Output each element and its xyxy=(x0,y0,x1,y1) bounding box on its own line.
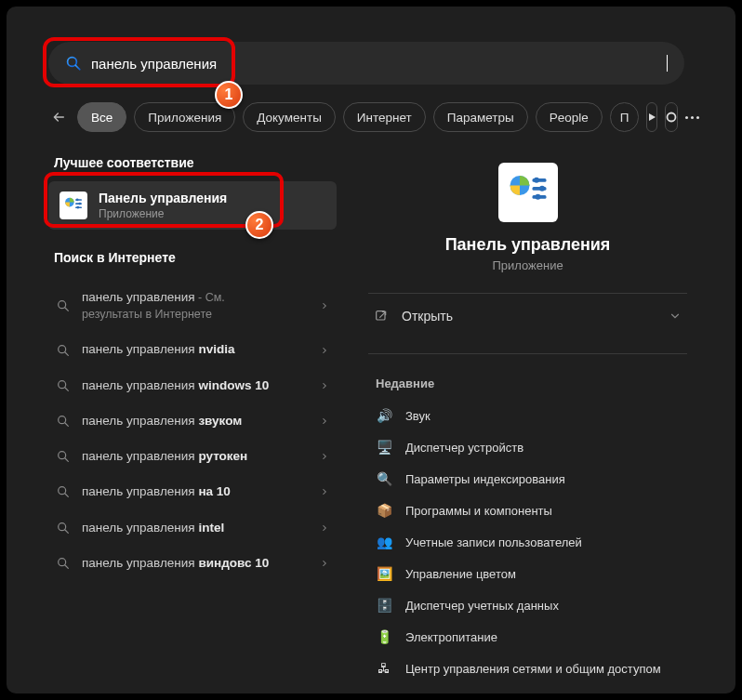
svg-point-24 xyxy=(59,559,66,566)
filter-pill-web[interactable]: Интернет xyxy=(343,102,426,132)
svg-point-31 xyxy=(539,186,545,192)
web-result-item[interactable]: панель управления звуком xyxy=(48,403,337,439)
recent-item[interactable]: 🖧Центр управления сетями и общим доступо… xyxy=(359,653,696,684)
recent-item[interactable]: 🔊Звук xyxy=(359,400,696,431)
recent-item-label: Управление цветом xyxy=(405,567,516,581)
chevron-down-icon[interactable] xyxy=(669,310,682,323)
index-icon: 🔍 xyxy=(376,470,392,487)
svg-line-17 xyxy=(65,423,68,426)
recent-item-label: Звук xyxy=(405,409,431,423)
open-label: Открыть xyxy=(402,309,453,324)
svg-rect-33 xyxy=(377,311,385,320)
svg-line-23 xyxy=(65,530,68,533)
credentials-icon: 🗄️ xyxy=(376,597,392,614)
sound-icon: 🔊 xyxy=(376,407,392,424)
power-icon: 🔋 xyxy=(376,628,392,645)
svg-line-11 xyxy=(65,308,68,310)
recent-item[interactable]: 🗄️Диспетчер учетных данных xyxy=(359,589,696,621)
recent-item-label: Учетные записи пользователей xyxy=(405,535,582,549)
svg-point-14 xyxy=(59,380,66,388)
svg-line-25 xyxy=(65,565,68,568)
color-icon: 🖼️ xyxy=(376,565,392,582)
web-result-item[interactable]: панель управления intel xyxy=(48,510,337,546)
search-input[interactable]: панель управления xyxy=(91,56,669,72)
svg-line-13 xyxy=(65,352,68,355)
filter-pill-settings[interactable]: Параметры xyxy=(433,102,528,132)
search-icon xyxy=(65,55,82,72)
circle-icon xyxy=(666,112,677,123)
recent-item-label: Электропитание xyxy=(405,630,497,644)
search-box[interactable]: панель управления xyxy=(48,42,684,85)
best-match-text: Панель управления Приложение xyxy=(99,191,227,220)
filter-pill-docs[interactable]: Документы xyxy=(243,102,336,132)
svg-point-30 xyxy=(534,178,539,183)
filter-pill-apps[interactable]: Приложения xyxy=(134,102,235,132)
svg-point-20 xyxy=(59,487,66,495)
best-match-item[interactable]: Панель управления Приложение xyxy=(48,181,337,230)
devices-icon: 🖥️ xyxy=(376,439,392,456)
recent-item[interactable]: 👥Учетные записи пользователей xyxy=(359,526,696,558)
results-area: Лучшее соответствие Панель управления Пр… xyxy=(48,148,696,684)
svg-point-18 xyxy=(59,452,66,459)
recent-list: 🔊Звук🖥️Диспетчер устройств🔍Параметры инд… xyxy=(359,400,696,684)
svg-point-32 xyxy=(535,194,540,200)
web-result-item[interactable]: панель управления рутокен xyxy=(48,439,337,474)
web-result-item[interactable]: панель управления nvidia xyxy=(48,332,337,367)
svg-line-21 xyxy=(65,494,68,496)
divider xyxy=(368,293,687,294)
control-panel-icon xyxy=(60,192,87,219)
annotation-badge-2: 2 xyxy=(245,211,273,239)
filter-pill-play[interactable] xyxy=(646,102,657,132)
filter-pill-more[interactable]: П xyxy=(610,102,640,132)
recent-item-label: Параметры индексирования xyxy=(405,472,565,486)
filter-pill-people[interactable]: People xyxy=(536,102,603,132)
search-bar-wrap: панель управления xyxy=(48,42,684,85)
recent-item[interactable]: 🔍Параметры индексирования xyxy=(359,463,696,495)
svg-point-2 xyxy=(668,113,676,122)
filter-pill-circle[interactable] xyxy=(665,102,678,132)
recent-item-label: Центр управления сетями и общим доступом xyxy=(405,662,661,676)
open-action[interactable]: Открыть xyxy=(359,299,696,333)
best-match-subtitle: Приложение xyxy=(99,207,227,220)
recent-item[interactable]: 📦Программы и компоненты xyxy=(359,495,696,526)
annotation-badge-1: 1 xyxy=(215,81,243,109)
recent-item-label: Программы и компоненты xyxy=(405,504,552,518)
recent-item[interactable]: 🔋Электропитание xyxy=(359,621,696,653)
recent-item-label: Диспетчер учетных данных xyxy=(405,599,559,613)
divider xyxy=(368,353,687,354)
web-result-item[interactable]: панель управления - См.результаты в Инте… xyxy=(48,280,337,332)
best-match-title: Панель управления xyxy=(99,191,227,205)
svg-point-7 xyxy=(76,199,79,202)
right-column: Панель управления Приложение Открыть Нед… xyxy=(359,148,696,684)
recent-item[interactable]: 🖼️Управление цветом xyxy=(359,558,696,589)
play-icon xyxy=(647,112,656,122)
control-panel-icon-large xyxy=(498,163,558,222)
arrow-left-icon xyxy=(51,110,66,125)
svg-line-19 xyxy=(65,458,68,461)
preview-title: Панель управления xyxy=(445,235,611,255)
svg-point-10 xyxy=(59,301,66,309)
web-search-header: Поиск в Интернете xyxy=(54,250,337,265)
web-results-list: панель управления - См.результаты в Инте… xyxy=(48,280,337,581)
svg-point-16 xyxy=(59,416,66,424)
web-result-item[interactable]: панель управления windows 10 xyxy=(48,368,337,403)
open-icon xyxy=(374,309,389,324)
svg-line-1 xyxy=(75,65,80,70)
search-flyout: панель управления Все Приложения Докумен… xyxy=(5,5,737,695)
svg-line-15 xyxy=(65,388,68,390)
svg-point-22 xyxy=(59,522,66,530)
back-button[interactable] xyxy=(51,101,66,133)
web-result-item[interactable]: панель управления на 10 xyxy=(48,474,337,509)
filter-bar: Все Приложения Документы Интернет Параме… xyxy=(51,101,698,133)
users-icon: 👥 xyxy=(376,534,392,550)
recent-header: Недавние xyxy=(376,376,696,390)
overflow-button[interactable] xyxy=(685,102,699,132)
web-result-item[interactable]: панель управления виндовс 10 xyxy=(48,546,337,581)
preview-subtitle: Приложение xyxy=(492,258,563,272)
recent-item[interactable]: 🖥️Диспетчер устройств xyxy=(359,431,696,463)
filter-pill-all[interactable]: Все xyxy=(77,102,126,132)
text-cursor xyxy=(667,55,668,72)
programs-icon: 📦 xyxy=(376,502,392,519)
svg-point-12 xyxy=(59,345,66,352)
left-column: Лучшее соответствие Панель управления Пр… xyxy=(48,148,337,684)
